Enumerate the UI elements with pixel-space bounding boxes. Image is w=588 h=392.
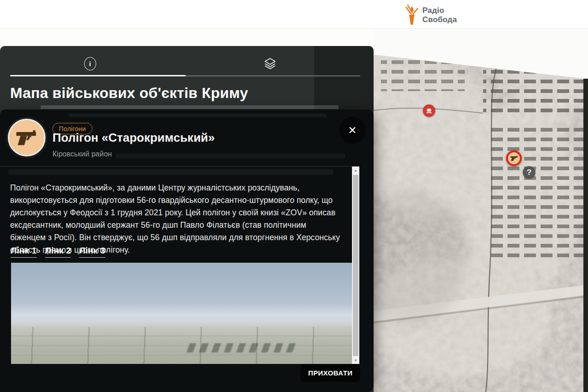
links-row: Лінк 1 Лінк 2 Лінк 3: [11, 246, 105, 258]
tab-layers[interactable]: [180, 55, 360, 72]
close-button[interactable]: ✕: [339, 117, 366, 144]
close-icon: ✕: [348, 124, 357, 137]
pistol-icon: [510, 155, 518, 161]
link-3[interactable]: Лінк 3: [79, 246, 105, 258]
link-2[interactable]: Лінк 2: [45, 246, 71, 258]
satellite-texture: [374, 0, 583, 392]
faded-text-remnant: [8, 169, 333, 175]
faded-text-remnant: [69, 114, 327, 117]
scrollbar-thumb[interactable]: [353, 175, 358, 356]
link-1[interactable]: Лінк 1: [11, 246, 37, 258]
right-edge-panel: [583, 79, 588, 392]
info-icon: i: [84, 57, 96, 70]
hide-button[interactable]: ПРИХОВАТИ: [300, 364, 360, 382]
map-title: Мапа військових об'єктів Криму: [10, 85, 360, 102]
site-header: Радіо Свобода: [0, 0, 588, 29]
scroll-up-button[interactable]: ▲: [352, 167, 359, 174]
photo-fields: [11, 327, 352, 364]
photo-dark-strips: [187, 343, 296, 352]
explosion-icon: [426, 108, 432, 114]
scroll-down-button[interactable]: ▼: [352, 357, 359, 364]
app-window: ? Радіо Свобода i: [0, 0, 588, 392]
card-scroll-area[interactable]: Полігон «Старокримський», за даними Цент…: [0, 166, 359, 364]
map-marker-question[interactable]: ?: [523, 166, 536, 179]
tab-underline: [10, 75, 360, 76]
category-avatar: [8, 119, 46, 156]
satellite-imagery: [374, 0, 588, 392]
map-marker-explosion[interactable]: [423, 104, 435, 117]
location-district: Кіровський район: [52, 150, 112, 158]
location-description: Полігон «Старокримський», за даними Цент…: [10, 182, 344, 256]
radio-svoboda-logo[interactable]: Радіо Свобода: [403, 4, 457, 27]
inactive-tab-indicator: [186, 75, 360, 76]
tab-info[interactable]: i: [0, 55, 180, 72]
map-marker-polygon-selected[interactable]: [506, 150, 522, 166]
satellite-map[interactable]: [374, 0, 588, 392]
location-photo[interactable]: [11, 263, 352, 364]
torch-icon: [403, 4, 421, 27]
card-scrollbar[interactable]: ▲ ▼: [352, 167, 359, 364]
layers-icon: [264, 57, 277, 70]
location-title: Полігон «Старокримський»: [52, 131, 215, 145]
question-glyph: ?: [527, 168, 531, 177]
active-tab-indicator: [10, 75, 186, 76]
photo-horizon-haze: [11, 303, 352, 328]
faded-text-remnant: [116, 154, 345, 158]
brand-line-2: Свобода: [422, 15, 457, 24]
panel-tabs: i: [0, 55, 360, 72]
location-card: Полігони Полігон «Старокримський» Кіровс…: [0, 110, 374, 392]
brand-line-1: Радіо: [422, 6, 457, 15]
pistol-icon: [16, 128, 38, 147]
